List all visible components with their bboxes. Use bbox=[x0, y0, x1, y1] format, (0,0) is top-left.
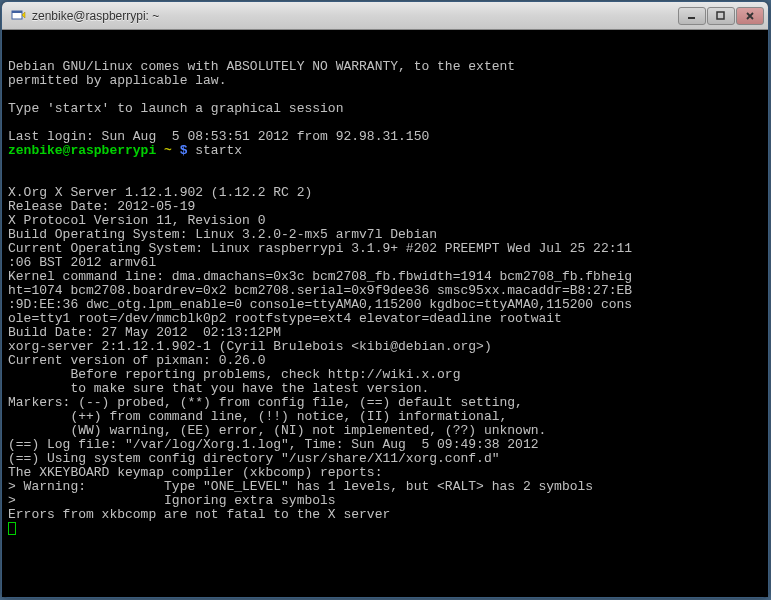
terminal-line: Before reporting problems, check http://… bbox=[8, 368, 762, 382]
terminal-line: permitted by applicable law. bbox=[8, 74, 762, 88]
terminal-line: X.Org X Server 1.12.1.902 (1.12.2 RC 2) bbox=[8, 186, 762, 200]
cursor-icon bbox=[8, 522, 16, 535]
terminal-line: X Protocol Version 11, Revision 0 bbox=[8, 214, 762, 228]
terminal-line: ht=1074 bcm2708.boardrev=0x2 bcm2708.ser… bbox=[8, 284, 762, 298]
terminal-line: > Warning: Type "ONE_LEVEL" has 1 levels… bbox=[8, 480, 762, 494]
terminal-line: :06 BST 2012 armv6l bbox=[8, 256, 762, 270]
titlebar[interactable]: zenbike@raspberrypi: ~ bbox=[2, 2, 768, 30]
terminal-line bbox=[8, 172, 762, 186]
terminal-line: (==) Log file: "/var/log/Xorg.1.log", Ti… bbox=[8, 438, 762, 452]
terminal-line: Release Date: 2012-05-19 bbox=[8, 200, 762, 214]
terminal-line: Current version of pixman: 0.26.0 bbox=[8, 354, 762, 368]
terminal-line: Last login: Sun Aug 5 08:53:51 2012 from… bbox=[8, 130, 762, 144]
close-button[interactable] bbox=[736, 7, 764, 25]
terminal-line: Current Operating System: Linux raspberr… bbox=[8, 242, 762, 256]
terminal-line: The XKEYBOARD keymap compiler (xkbcomp) … bbox=[8, 466, 762, 480]
terminal-line bbox=[8, 158, 762, 172]
terminal-line bbox=[8, 88, 762, 102]
terminal-line: Markers: (--) probed, (**) from config f… bbox=[8, 396, 762, 410]
terminal-line: (WW) warning, (EE) error, (NI) not imple… bbox=[8, 424, 762, 438]
terminal-line: > Ignoring extra symbols bbox=[8, 494, 762, 508]
terminal-line: Kernel command line: dma.dmachans=0x3c b… bbox=[8, 270, 762, 284]
window-controls bbox=[678, 7, 764, 25]
terminal-line: Type 'startx' to launch a graphical sess… bbox=[8, 102, 762, 116]
terminal-line: Errors from xkbcomp are not fatal to the… bbox=[8, 508, 762, 522]
terminal-output[interactable]: Debian GNU/Linux comes with ABSOLUTELY N… bbox=[2, 30, 768, 597]
terminal-line bbox=[8, 46, 762, 60]
terminal-line: to make sure that you have the latest ve… bbox=[8, 382, 762, 396]
terminal-cursor-line bbox=[8, 522, 762, 539]
svg-rect-1 bbox=[12, 11, 22, 13]
putty-icon bbox=[10, 8, 26, 24]
svg-rect-3 bbox=[717, 12, 724, 19]
terminal-line: Build Date: 27 May 2012 02:13:12PM bbox=[8, 326, 762, 340]
terminal-line: (==) Using system config directory "/usr… bbox=[8, 452, 762, 466]
terminal-line: xorg-server 2:1.12.1.902-1 (Cyril Bruleb… bbox=[8, 340, 762, 354]
terminal-line: Debian GNU/Linux comes with ABSOLUTELY N… bbox=[8, 60, 762, 74]
terminal-line bbox=[8, 32, 762, 46]
terminal-window: zenbike@raspberrypi: ~ Debian GNU/Linux … bbox=[1, 1, 769, 598]
maximize-button[interactable] bbox=[707, 7, 735, 25]
minimize-button[interactable] bbox=[678, 7, 706, 25]
terminal-line: (++) from command line, (!!) notice, (II… bbox=[8, 410, 762, 424]
terminal-line: :9D:EE:36 dwc_otg.lpm_enable=0 console=t… bbox=[8, 298, 762, 312]
terminal-line: zenbike@raspberrypi ~ $ startx bbox=[8, 144, 762, 158]
terminal-line bbox=[8, 116, 762, 130]
terminal-line: ole=tty1 root=/dev/mmcblk0p2 rootfstype=… bbox=[8, 312, 762, 326]
window-title: zenbike@raspberrypi: ~ bbox=[32, 9, 678, 23]
terminal-line: Build Operating System: Linux 3.2.0-2-mx… bbox=[8, 228, 762, 242]
